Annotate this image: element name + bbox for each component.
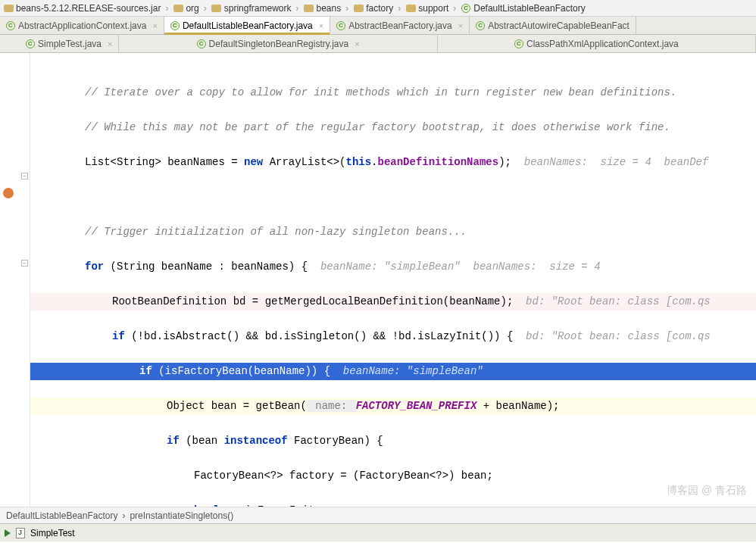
tab-label: AbstractBeanFactory.java bbox=[348, 20, 452, 31]
editor[interactable]: − − // Iterate over a copy to allow for … bbox=[0, 53, 756, 507]
close-icon[interactable]: × bbox=[355, 39, 359, 48]
run-icon[interactable] bbox=[5, 529, 11, 537]
code-line: Object bean = getBean( name: FACTORY_BEA… bbox=[30, 398, 756, 415]
tab-3[interactable]: CAbstractAutowireCapableBeanFact bbox=[470, 17, 636, 34]
tab-2[interactable]: CAbstractBeanFactory.java× bbox=[330, 17, 470, 34]
bc-label: beans-5.2.12.RELEASE-sources.jar bbox=[16, 3, 161, 14]
class-icon: C bbox=[26, 39, 35, 48]
code-line: if (!bd.isAbstract() && bd.isSingleton()… bbox=[30, 328, 756, 345]
fold-icon[interactable]: − bbox=[21, 260, 28, 267]
bc-label: factory bbox=[366, 3, 393, 14]
close-icon[interactable]: × bbox=[152, 21, 157, 30]
breakpoint-icon[interactable] bbox=[3, 188, 14, 198]
chevron-right-icon: › bbox=[204, 3, 207, 14]
tabs-row-1: CAbstractApplicationContext.java× CDefau… bbox=[0, 17, 756, 35]
comment: // While this may not be part of the reg… bbox=[85, 121, 670, 133]
class-icon: C bbox=[6, 21, 15, 30]
code-line-selected: if (isFactoryBean(beanName)) { beanName:… bbox=[30, 363, 756, 380]
close-icon[interactable]: × bbox=[108, 39, 112, 48]
folder-icon bbox=[304, 5, 314, 12]
tab-0[interactable]: CAbstractApplicationContext.java× bbox=[0, 17, 164, 34]
code-line: for (String beanName : beanNames) { bean… bbox=[30, 258, 756, 276]
tab-1[interactable]: CDefaultListableBeanFactory.java× bbox=[164, 17, 330, 34]
tab-5[interactable]: CDefaultSingletonBeanRegistry.java× bbox=[119, 35, 437, 52]
run-config-label[interactable]: SimpleTest bbox=[30, 528, 75, 538]
run-bar: SimpleTest bbox=[0, 523, 756, 541]
class-icon: C bbox=[514, 39, 523, 48]
bc-6[interactable]: CDefaultListableBeanFactory bbox=[461, 3, 585, 14]
bc-4[interactable]: factory bbox=[353, 3, 393, 14]
bc-label: springframework bbox=[224, 3, 292, 14]
chevron-right-icon: › bbox=[122, 510, 125, 521]
class-icon: C bbox=[336, 21, 345, 30]
comment: // Iterate over a copy to allow for init… bbox=[85, 86, 676, 98]
code-line: FactoryBean<?> factory = (FactoryBean<?>… bbox=[30, 467, 756, 485]
chevron-right-icon: › bbox=[165, 3, 168, 14]
code-line: if (bean instanceof FactoryBean) { bbox=[30, 432, 756, 450]
chevron-right-icon: › bbox=[295, 3, 298, 14]
method-crumb: DefaultListableBeanFactory › preInstanti… bbox=[0, 507, 756, 523]
folder-icon bbox=[211, 5, 221, 12]
breadcrumb: beans-5.2.12.RELEASE-sources.jar› org› s… bbox=[0, 0, 756, 17]
chevron-right-icon: › bbox=[398, 3, 401, 14]
java-file-icon bbox=[16, 528, 25, 538]
close-icon[interactable]: × bbox=[458, 21, 463, 30]
bc-2[interactable]: springframework bbox=[211, 3, 292, 14]
class-icon: C bbox=[461, 4, 470, 13]
class-icon: C bbox=[476, 21, 485, 30]
folder-icon bbox=[354, 5, 364, 12]
tabs-row-2: CSimpleTest.java× CDefaultSingletonBeanR… bbox=[0, 35, 756, 53]
folder-icon bbox=[173, 5, 183, 12]
comment: // Trigger initialization of all non-laz… bbox=[85, 226, 467, 238]
gutter: − − bbox=[0, 53, 30, 507]
crumb-class[interactable]: DefaultListableBeanFactory bbox=[6, 510, 117, 521]
bc-label: beans bbox=[316, 3, 341, 14]
class-icon: C bbox=[197, 39, 206, 48]
code-line: List<String> beanNames = new ArrayList<>… bbox=[30, 154, 756, 171]
code-line: RootBeanDefinition bd = getMergedLocalBe… bbox=[30, 293, 756, 311]
tab-label: DefaultSingletonBeanRegistry.java bbox=[209, 39, 349, 49]
tab-label: SimpleTest.java bbox=[38, 39, 102, 49]
bc-5[interactable]: support bbox=[405, 3, 448, 14]
tab-label: ClassPathXmlApplicationContext.java bbox=[526, 39, 679, 49]
bc-label: org bbox=[186, 3, 198, 14]
close-icon[interactable]: × bbox=[319, 21, 323, 30]
bc-3[interactable]: beans bbox=[303, 3, 341, 14]
code-area[interactable]: // Iterate over a copy to allow for init… bbox=[30, 53, 756, 507]
code-line: boolean isEagerInit; bbox=[30, 502, 756, 507]
bc-1[interactable]: org bbox=[173, 3, 198, 14]
tab-label: DefaultListableBeanFactory.java bbox=[183, 20, 313, 31]
tab-6[interactable]: CClassPathXmlApplicationContext.java bbox=[438, 35, 756, 52]
tab-label: AbstractApplicationContext.java bbox=[18, 20, 146, 31]
chevron-right-icon: › bbox=[453, 3, 456, 14]
class-icon: C bbox=[170, 21, 180, 30]
bc-label: support bbox=[418, 3, 448, 14]
folder-icon bbox=[406, 5, 416, 12]
bc-0[interactable]: beans-5.2.12.RELEASE-sources.jar bbox=[3, 3, 161, 14]
chevron-right-icon: › bbox=[345, 3, 348, 14]
tab-label: AbstractAutowireCapableBeanFact bbox=[488, 20, 629, 31]
crumb-method[interactable]: preInstantiateSingletons() bbox=[130, 510, 233, 521]
tab-4[interactable]: CSimpleTest.java× bbox=[0, 35, 119, 52]
folder-icon bbox=[4, 5, 14, 12]
bc-label: DefaultListableBeanFactory bbox=[473, 3, 585, 14]
fold-icon[interactable]: − bbox=[21, 173, 28, 179]
